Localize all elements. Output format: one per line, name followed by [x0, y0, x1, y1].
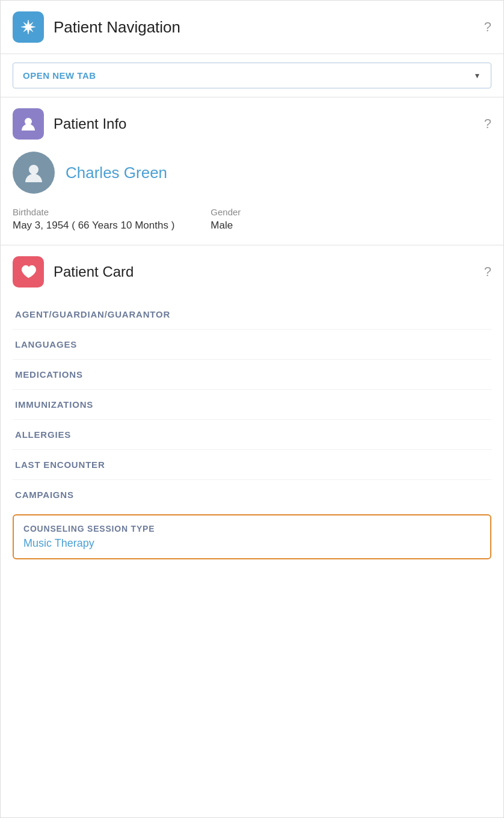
- gender-group: Gender Male: [211, 207, 241, 232]
- patient-info-help-icon[interactable]: ?: [484, 116, 491, 132]
- patient-card-header-left: Patient Card: [13, 256, 134, 288]
- header-help-icon[interactable]: ?: [484, 19, 491, 35]
- birthdate-group: Birthdate May 3, 1954 ( 66 Years 10 Mont…: [13, 207, 174, 232]
- birthdate-label: Birthdate: [13, 207, 174, 217]
- header-section: Patient Navigation ?: [1, 1, 503, 54]
- menu-item-campaigns[interactable]: CAMPAIGNS: [13, 480, 491, 509]
- menu-item-medications[interactable]: MEDICATIONS: [13, 360, 491, 390]
- counseling-session-value: Music Therapy: [23, 537, 481, 550]
- patient-card-icon: [13, 256, 44, 288]
- patient-info-section: Patient Info ? Charles Green Birthdate M…: [1, 97, 503, 245]
- patient-card-title: Patient Card: [54, 263, 134, 280]
- gender-label: Gender: [211, 207, 241, 217]
- open-new-tab-button[interactable]: OPEN NEW TAB ▼: [13, 63, 491, 88]
- patient-info-header-left: Patient Info: [13, 108, 126, 140]
- menu-item-agent-guardian[interactable]: AGENT/GUARDIAN/GUARANTOR: [13, 300, 491, 330]
- app-title: Patient Navigation: [54, 18, 180, 37]
- open-tab-label: OPEN NEW TAB: [23, 70, 96, 81]
- patient-avatar: [13, 152, 55, 194]
- menu-item-last-encounter[interactable]: LAST ENCOUNTER: [13, 450, 491, 480]
- patient-info-header: Patient Info ?: [13, 108, 491, 140]
- patient-details-row: Birthdate May 3, 1954 ( 66 Years 10 Mont…: [13, 207, 491, 232]
- open-tab-section: OPEN NEW TAB ▼: [1, 54, 503, 97]
- patient-info-icon: [13, 108, 44, 140]
- gender-value: Male: [211, 220, 241, 232]
- dropdown-caret-icon: ▼: [474, 72, 481, 80]
- patient-card-help-icon[interactable]: ?: [484, 264, 491, 280]
- svg-point-1: [29, 165, 38, 174]
- counseling-session-label: COUNSELING SESSION TYPE: [23, 524, 481, 534]
- counseling-session-item[interactable]: COUNSELING SESSION TYPE Music Therapy: [13, 514, 491, 559]
- birthdate-value: May 3, 1954 ( 66 Years 10 Months ): [13, 220, 174, 232]
- patient-info-title: Patient Info: [54, 115, 126, 132]
- header-left: Patient Navigation: [13, 11, 180, 43]
- patient-name-row: Charles Green: [13, 152, 491, 194]
- menu-item-languages[interactable]: LANGUAGES: [13, 330, 491, 360]
- menu-item-immunizations[interactable]: IMMUNIZATIONS: [13, 390, 491, 420]
- card-menu-items: AGENT/GUARDIAN/GUARANTOR LANGUAGES MEDIC…: [13, 300, 491, 509]
- page-wrapper: Patient Navigation ? OPEN NEW TAB ▼ Pati…: [0, 0, 504, 818]
- patient-card-header: Patient Card ?: [13, 256, 491, 288]
- patient-card-section: Patient Card ? AGENT/GUARDIAN/GUARANTOR …: [1, 245, 503, 570]
- app-logo-icon: [13, 11, 44, 43]
- menu-item-allergies[interactable]: ALLERGIES: [13, 420, 491, 450]
- patient-name[interactable]: Charles Green: [66, 164, 167, 182]
